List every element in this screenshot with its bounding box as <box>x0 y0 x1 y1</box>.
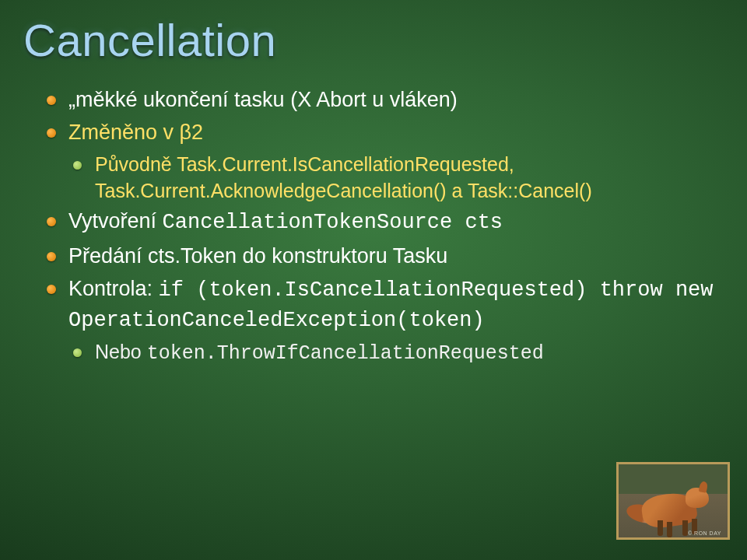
bullet-item: „měkké ukončení tasku (X Abort u vláken) <box>47 86 716 114</box>
fox-leg-shape <box>658 520 663 536</box>
code-text: token.ThrowIfCancellationRequested <box>147 342 544 365</box>
bullet-item: Kontrola: if (token.IsCancellationReques… <box>47 275 716 334</box>
fox-leg-shape <box>667 522 672 537</box>
fox-image: © RON DAY <box>616 462 730 540</box>
image-credit: © RON DAY <box>688 530 721 536</box>
slide-content: „měkké ukončení tasku (X Abort u vláken)… <box>47 86 716 370</box>
bullet-text: Nebo <box>95 341 147 362</box>
bullet-text: Kontrola: <box>68 277 159 300</box>
bullet-item: Předání cts.Token do konstruktoru Tasku <box>47 242 716 270</box>
bullet-subitem: Nebo token.ThrowIfCancellationRequested <box>73 339 716 367</box>
code-text: if (token.IsCancellationRequested) throw… <box>68 278 714 331</box>
bullet-text: Vytvoření <box>68 209 163 233</box>
code-text: CancellationTokenSource cts <box>163 211 503 234</box>
bullet-item: Vytvoření CancellationTokenSource cts <box>47 207 716 236</box>
bullet-item: Změněno v β2 <box>47 118 716 146</box>
bullet-subitem: Původně Task.Current.IsCancellationReque… <box>73 152 716 205</box>
fox-leg-shape <box>682 520 688 536</box>
slide-title: Cancellation <box>23 14 276 66</box>
fox-ear-shape <box>699 481 709 493</box>
